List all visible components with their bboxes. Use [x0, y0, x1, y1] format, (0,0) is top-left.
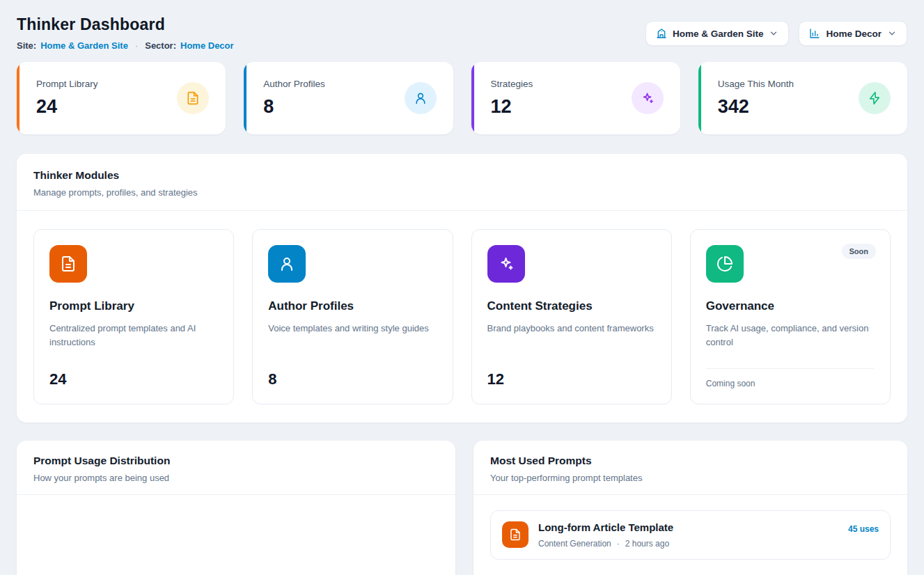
site-selector-dropdown[interactable]: Home & Garden Site [645, 21, 790, 46]
stat-label: Usage This Month [718, 79, 794, 89]
thinker-modules-section: Thinker Modules Manage prompts, profiles… [17, 154, 907, 423]
most-used-prompts-panel: Most Used Prompts Your top-performing pr… [473, 441, 907, 575]
prompt-title: Long-form Article Template [538, 521, 673, 533]
header-actions: Home & Garden Site Home Decor [645, 21, 907, 46]
stat-value: 24 [36, 96, 98, 118]
usage-chart-area: 15% [17, 495, 455, 575]
module-card-author-profiles[interactable]: Author Profiles Voice templates and writ… [252, 229, 453, 404]
sparkle-star-icon [487, 245, 525, 283]
person-icon [268, 245, 306, 283]
prompt-list: Long-form Article Template Content Gener… [473, 495, 907, 575]
module-description: Centralized prompt templates and AI inst… [49, 322, 218, 349]
separator-dot: · [135, 40, 138, 51]
separator-dot: · [617, 539, 620, 549]
site-label: Site: [17, 40, 36, 51]
modules-section-title: Thinker Modules [33, 169, 891, 182]
module-count: 24 [49, 359, 218, 388]
document-icon [49, 245, 87, 283]
usage-distribution-panel: Prompt Usage Distribution How your promp… [17, 441, 455, 575]
most-used-panel-header: Most Used Prompts Your top-performing pr… [473, 441, 907, 495]
module-card-content-strategies[interactable]: Content Strategies Brand playbooks and c… [471, 229, 672, 404]
dashboard-page: Thinker Dashboard Site: Home & Garden Si… [0, 0, 924, 575]
prompt-meta: Content Generation · 2 hours ago [538, 539, 673, 549]
chevron-down-icon [887, 29, 897, 38]
usage-panel-title: Prompt Usage Distribution [33, 455, 439, 467]
module-count: 8 [268, 359, 437, 388]
stat-card-prompt-library: Prompt Library 24 [17, 62, 226, 134]
stats-row: Prompt Library 24 Author Profiles 8 Stra… [17, 62, 907, 134]
soon-badge: Soon [842, 244, 877, 259]
stat-label: Strategies [491, 79, 533, 89]
pie-chart-icon [706, 245, 744, 283]
stat-value: 8 [263, 96, 325, 118]
module-count: 12 [487, 359, 656, 388]
list-item[interactable]: Long-form Article Template Content Gener… [490, 510, 891, 560]
stat-label: Prompt Library [36, 79, 98, 89]
sector-label: Sector: [145, 40, 176, 51]
module-card-prompt-library[interactable]: Prompt Library Centralized prompt templa… [33, 229, 234, 404]
sector-selector-label: Home Decor [826, 29, 882, 39]
module-title: Content Strategies [487, 299, 656, 313]
module-title: Prompt Library [49, 299, 218, 313]
module-description: Brand playbooks and content frameworks [487, 322, 656, 336]
stat-card-usage: Usage This Month 342 [698, 62, 907, 134]
person-icon [405, 82, 437, 114]
stat-card-strategies: Strategies 12 [471, 62, 680, 134]
module-title: Governance [706, 299, 875, 313]
most-used-panel-title: Most Used Prompts [490, 455, 891, 467]
sector-selector-dropdown[interactable]: Home Decor [799, 21, 907, 46]
document-icon [177, 82, 209, 114]
sparkle-star-icon [632, 82, 664, 114]
bottom-row: Prompt Usage Distribution How your promp… [17, 441, 907, 575]
usage-count-badge: 45 uses [848, 521, 879, 534]
stat-value: 342 [718, 96, 794, 118]
modules-section-header: Thinker Modules Manage prompts, profiles… [17, 154, 907, 211]
chevron-down-icon [769, 29, 778, 38]
modules-grid: Prompt Library Centralized prompt templa… [17, 211, 907, 423]
bar-chart-icon [809, 28, 820, 39]
most-used-panel-subtitle: Your top-performing prompt templates [490, 473, 891, 483]
site-selector-label: Home & Garden Site [673, 29, 764, 39]
building-icon [656, 28, 667, 39]
site-link[interactable]: Home & Garden Site [40, 40, 128, 51]
module-title: Author Profiles [268, 299, 437, 313]
stat-value: 12 [491, 96, 533, 118]
module-description: Track AI usage, compliance, and version … [706, 322, 875, 349]
lightning-icon [859, 82, 891, 114]
stat-card-author-profiles: Author Profiles 8 [244, 62, 453, 134]
coming-soon-text: Coming soon [706, 368, 875, 388]
stat-label: Author Profiles [263, 79, 325, 89]
prompt-category: Content Generation [538, 539, 611, 549]
document-icon [502, 521, 528, 548]
modules-section-subtitle: Manage prompts, profiles, and strategies [33, 187, 891, 198]
sector-link[interactable]: Home Decor [180, 40, 234, 51]
prompt-timestamp: 2 hours ago [625, 539, 669, 549]
module-card-governance[interactable]: Soon Governance Track AI usage, complian… [690, 229, 891, 404]
module-description: Voice templates and writing style guides [268, 322, 437, 336]
usage-panel-header: Prompt Usage Distribution How your promp… [17, 441, 455, 495]
usage-panel-subtitle: How your prompts are being used [33, 473, 439, 483]
page-header: Thinker Dashboard Site: Home & Garden Si… [17, 15, 907, 51]
